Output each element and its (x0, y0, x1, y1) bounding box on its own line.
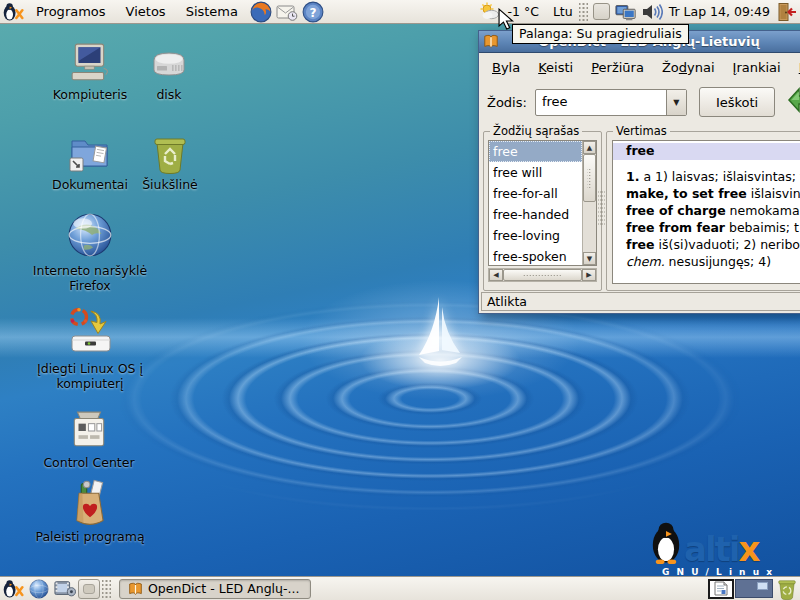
desktop-icon-label: Šiukšlinė (142, 177, 198, 192)
desktop-icon-install-linux[interactable]: Įdiegti Linux OS įkompiuterį (22, 306, 158, 391)
workspace-switcher[interactable] (735, 579, 773, 598)
scroll-left-icon[interactable]: ◀ (489, 269, 503, 281)
menu-keisti[interactable]: Keisti (529, 57, 582, 78)
wordlist-vertical-scrollbar[interactable]: ▲ ▼ (582, 141, 596, 265)
status-bar: Atlikta (481, 292, 800, 311)
bottom-panel: OpenDict - LED Anglų-... (0, 576, 800, 600)
volume-icon[interactable] (641, 1, 663, 23)
computer-icon (69, 42, 111, 84)
browser-launcher-icon[interactable] (28, 578, 50, 600)
translation-group-label: Vertimas (613, 124, 670, 138)
chevron-down-icon[interactable]: ▼ (666, 90, 686, 115)
menu-irankiai[interactable]: Įrankiai (724, 57, 790, 78)
desktop-icon-documents[interactable]: Dokumentai (36, 134, 144, 192)
desktop-icon-label: disk (156, 87, 181, 102)
menu-programos[interactable]: Programos (26, 0, 116, 24)
logout-icon[interactable] (776, 1, 798, 23)
wordlist-item[interactable]: free-handed (489, 204, 582, 225)
tasklist-drag-handle[interactable] (102, 580, 111, 598)
desktop-icon-label: Control Center (43, 455, 134, 470)
weather-tooltip: Palanga: Su pragiedruliais (512, 24, 689, 44)
applet-drag-handle[interactable] (579, 3, 588, 21)
menu-byla[interactable]: Byla (483, 57, 529, 78)
translation-textarea[interactable]: free 1. a 1) laisvas; išlaisvintas; t ma… (612, 140, 800, 284)
pane-splitter-handle[interactable] (598, 191, 605, 225)
baltix-watermark: altix G N U / L i n u x (648, 520, 798, 577)
mouse-cursor (497, 8, 515, 30)
task-button-opendict[interactable]: OpenDict - LED Anglų-... (119, 579, 311, 599)
help-launcher-icon[interactable]: ? (302, 1, 324, 23)
scroll-down-icon[interactable]: ▼ (583, 252, 596, 265)
desktop-icon-label: Paleisti programą (35, 529, 144, 544)
word-label: Žodis: (487, 95, 527, 110)
watermark-brand-text: altix (684, 534, 758, 564)
run-program-bag-icon (68, 478, 112, 526)
wordlist-item[interactable]: free-loving (489, 225, 582, 246)
baltix-penguin-icon (648, 520, 684, 564)
desktop-icon-label: Įdiegti Linux OS įkompiuterį (37, 361, 143, 391)
desktop-icon-computer[interactable]: Kompiuteris (38, 42, 142, 102)
task-button-label: OpenDict - LED Anglų-... (148, 581, 299, 596)
desktop-icon-run-program[interactable]: Paleisti programą (30, 478, 150, 544)
desktop-icon-trash[interactable]: Šiukšlinė (130, 134, 210, 192)
wordlist: free free will free-for-all free-handed … (488, 140, 597, 266)
wordlist-item-selected[interactable]: free (489, 141, 582, 162)
scrollbar-thumb[interactable] (583, 154, 596, 202)
top-panel: Programos Vietos Sistema ? -1 °C Ltu Tr (0, 0, 800, 24)
menu-sistema[interactable]: Sistema (176, 0, 248, 24)
tray-status-icon[interactable] (593, 3, 610, 20)
back-arrow-icon[interactable] (787, 86, 800, 114)
control-center-icon (68, 410, 110, 452)
search-button[interactable]: Ieškoti (699, 87, 775, 117)
mail-launcher-icon[interactable] (276, 1, 298, 23)
baltix-menu-icon[interactable] (2, 1, 24, 23)
note-document-icon (714, 581, 728, 596)
scroll-up-icon[interactable]: ▲ (583, 141, 596, 154)
keyboard-layout-indicator[interactable]: Ltu (549, 4, 577, 19)
wordlist-item[interactable]: free will (489, 162, 582, 183)
scrollbar-thumb[interactable] (503, 269, 582, 281)
translation-body: 1. a 1) laisvas; išlaisvintas; t make, t… (613, 160, 800, 270)
desktop-icon-label: Interneto naršyklėFirefox (33, 263, 147, 293)
wordlist-group-label: Žodžių sąrašas (490, 124, 582, 138)
word-combobox[interactable]: free ▼ (535, 89, 687, 116)
web-browser-globe-icon (65, 210, 115, 260)
translation-headword: free (613, 143, 800, 160)
opendict-book-icon (483, 34, 499, 49)
desktop-icon-control-center[interactable]: Control Center (33, 410, 145, 470)
desktop-icon-disk[interactable]: disk (130, 44, 208, 102)
svg-text:?: ? (309, 5, 316, 19)
display-settings-icon[interactable] (615, 1, 637, 23)
scroll-right-icon[interactable]: ▶ (582, 269, 596, 281)
wordlist-item[interactable]: free-for-all (489, 183, 582, 204)
show-desktop-button[interactable] (78, 579, 100, 599)
menu-zodynai[interactable]: Žodynai (653, 57, 724, 78)
sailboat-illustration (405, 293, 475, 383)
show-desktop-icon (83, 584, 95, 594)
video-player-launcher-icon[interactable] (54, 578, 76, 600)
wordlist-item[interactable]: free-spoken (489, 246, 582, 265)
menu-vietos[interactable]: Vietos (116, 0, 176, 24)
word-combobox-value[interactable]: free (536, 90, 666, 115)
notes-applet-button[interactable] (708, 579, 734, 599)
menu-pagalba[interactable]: Pag (790, 57, 800, 78)
clock[interactable]: Tr Lap 14, 09:49 (665, 4, 774, 19)
desktop-icon-label: Dokumentai (52, 177, 128, 192)
desktop-icon-firefox[interactable]: Interneto naršyklėFirefox (26, 210, 154, 293)
trash-applet-icon[interactable] (776, 578, 798, 600)
workspace-window-thumbnail (757, 582, 768, 590)
window-menubar: Byla Keisti Peržiūra Žodynai Įrankiai Pa… (479, 53, 800, 81)
baltix-taskbar-icon[interactable] (2, 578, 24, 600)
desktop-icon-label: Kompiuteris (53, 87, 127, 102)
search-toolbar: Žodis: free ▼ Ieškoti (479, 81, 800, 123)
hard-disk-icon (149, 44, 189, 84)
translation-group: Vertimas free 1. a 1) laisvas; išlaisvin… (606, 131, 800, 291)
wordlist-group: Žodžių sąrašas free free will free-for-a… (483, 131, 602, 291)
menu-perziura[interactable]: Peržiūra (582, 57, 653, 78)
recycle-bin-icon (151, 134, 189, 174)
opendict-book-icon (128, 582, 143, 596)
wordlist-horizontal-scrollbar[interactable]: ◀ ▶ (488, 268, 597, 282)
install-os-icon (63, 306, 117, 358)
firefox-launcher-icon[interactable] (250, 1, 272, 23)
opendict-window: OpenDict - LED Anglų-Lietuvių Byla Keist… (478, 30, 800, 314)
